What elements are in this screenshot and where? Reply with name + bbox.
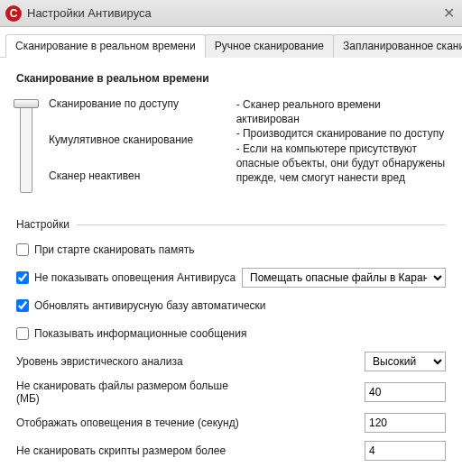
app-icon-letter: C [10, 8, 18, 19]
label-alert-duration: Отображать оповещения в течение (секунд) [16, 416, 251, 429]
select-alert-action[interactable]: Помещать опасные файлы в Карантин [242, 268, 446, 288]
titlebar: C Настройки Антивируса ✕ [0, 0, 462, 27]
scan-level-label-2: Сканер неактивен [49, 169, 224, 182]
label-scan-memory[interactable]: При старте сканировать память [16, 243, 194, 256]
scan-desc-line-1: - Производится сканирование по доступу [236, 126, 446, 141]
checkbox-info-msgs[interactable] [16, 327, 29, 340]
scan-desc-line-2: - Если на компьютере присутствуют опасны… [236, 142, 446, 186]
row-hide-alerts: Не показывать оповещения Антивируса Поме… [16, 268, 446, 288]
scan-level-description: - Сканер реального времени активирован -… [236, 97, 446, 206]
slider-track [20, 101, 32, 193]
scan-level-label-0: Сканирование по доступу [49, 97, 224, 110]
settings-separator: Настройки [16, 218, 446, 231]
label-heuristic: Уровень эвристического анализа [16, 355, 251, 368]
row-heuristic: Уровень эвристического анализа Высокий [16, 352, 446, 371]
checkbox-scan-memory[interactable] [16, 243, 29, 256]
text-hide-alerts: Не показывать оповещения Антивируса [34, 271, 236, 284]
text-info-msgs: Показывать информационные сообщения [34, 327, 246, 340]
tab-realtime-scan[interactable]: Сканирование в реальном времени [5, 34, 206, 58]
select-heuristic-level[interactable]: Высокий [365, 352, 446, 371]
tab-manual-scan[interactable]: Ручное сканирование [205, 34, 334, 58]
label-info-msgs[interactable]: Показывать информационные сообщения [16, 327, 246, 340]
scan-level-labels: Сканирование по доступу Кумулятивное ска… [49, 97, 224, 206]
settings-section-label: Настройки [16, 218, 69, 231]
window-title: Настройки Антивируса [27, 6, 152, 20]
app-icon: C [5, 5, 22, 22]
realtime-scan-area: Сканирование по доступу Кумулятивное ска… [16, 97, 446, 206]
row-max-script-size: Не сканировать скрипты размером более [16, 441, 446, 461]
checkbox-auto-update[interactable] [16, 299, 29, 312]
label-auto-update[interactable]: Обновлять антивирусную базу автоматическ… [16, 299, 266, 312]
label-max-script-size: Не сканировать скрипты размером более [16, 444, 251, 457]
input-max-script-size[interactable] [365, 441, 446, 461]
separator-line [77, 224, 446, 225]
input-max-file-size[interactable] [365, 382, 446, 402]
tab-scheduled-scan[interactable]: Запланированное сканиров [333, 34, 462, 58]
slider-thumb[interactable] [14, 99, 39, 108]
tab-bar: Сканирование в реальном времени Ручное с… [0, 27, 462, 58]
checkbox-hide-alerts[interactable] [16, 271, 29, 284]
input-alert-duration[interactable] [365, 413, 446, 433]
row-auto-update: Обновлять антивирусную базу автоматическ… [16, 296, 446, 316]
row-alert-duration: Отображать оповещения в течение (секунд) [16, 413, 446, 433]
section-title-realtime: Сканирование в реальном времени [16, 72, 446, 85]
scan-level-label-1: Кумулятивное сканирование [49, 133, 224, 146]
label-max-file-size: Не сканировать файлы размером больше (МБ… [16, 380, 251, 405]
scan-level-slider[interactable] [16, 97, 36, 197]
label-hide-alerts[interactable]: Не показывать оповещения Антивируса [16, 271, 236, 284]
text-auto-update: Обновлять антивирусную базу автоматическ… [34, 299, 266, 312]
scan-level-slider-col [16, 97, 36, 206]
close-icon[interactable]: ✕ [443, 5, 455, 22]
row-scan-memory: При старте сканировать память [16, 240, 446, 260]
row-info-msgs: Показывать информационные сообщения [16, 324, 446, 343]
text-scan-memory: При старте сканировать память [34, 243, 194, 256]
row-max-file-size: Не сканировать файлы размером больше (МБ… [16, 380, 446, 405]
scan-desc-line-0: - Сканер реального времени активирован [236, 97, 446, 126]
tab-content: Сканирование в реальном времени Сканиров… [0, 58, 462, 476]
